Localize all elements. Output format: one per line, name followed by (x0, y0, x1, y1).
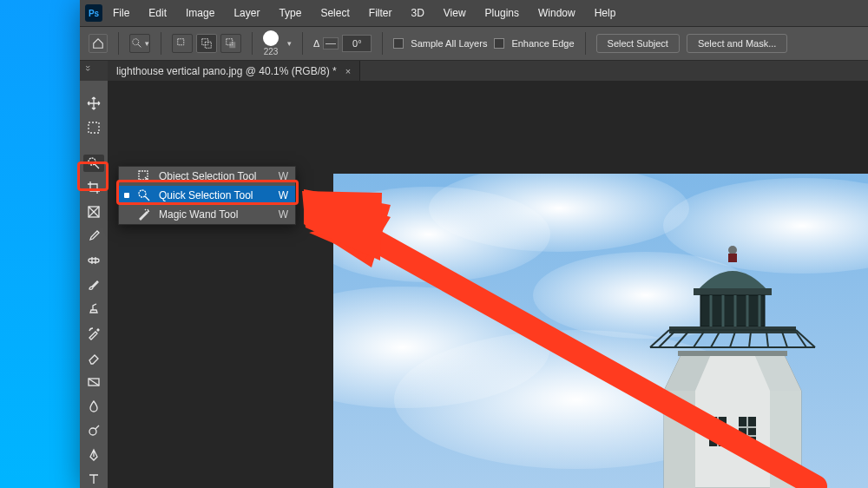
subtract-from-selection-button[interactable] (220, 34, 241, 53)
svg-point-13 (728, 246, 737, 254)
document-tab-strip: lighthouse vertical pano.jpg @ 40.1% (RG… (80, 61, 868, 81)
flyout-magic-wand[interactable]: Magic Wand Tool W (119, 205, 295, 224)
menu-item-type[interactable]: Type (270, 3, 310, 23)
blur-tool[interactable] (83, 398, 104, 415)
new-selection-button[interactable] (172, 34, 193, 53)
svg-point-60 (89, 428, 96, 435)
history-brush-tool[interactable] (83, 325, 104, 342)
type-tool[interactable] (83, 471, 104, 488)
svg-rect-15 (694, 288, 772, 295)
svg-point-51 (89, 158, 95, 165)
menu-item-plugins[interactable]: Plugins (477, 3, 528, 23)
svg-point-62 (139, 190, 146, 197)
document-tab-title: lighthouse vertical pano.jpg @ 40.1% (RG… (116, 65, 337, 77)
sample-all-layers-checkbox[interactable]: Sample All Layers (393, 38, 487, 49)
menu-item-layer[interactable]: Layer (225, 3, 268, 23)
eraser-tool[interactable] (83, 349, 104, 366)
magic-wand-icon (136, 207, 152, 222)
brush-tool[interactable] (83, 276, 104, 293)
tool-flyout-menu: Object Selection Tool W Quick Selection … (118, 166, 296, 225)
object-selection-icon (136, 168, 152, 184)
clone-stamp-tool[interactable] (83, 300, 104, 318)
brush-picker[interactable]: 223 (263, 30, 279, 56)
menu-bar: Ps File Edit Image Layer Type Select Fil… (80, 0, 868, 26)
home-button[interactable] (89, 34, 108, 53)
svg-rect-55 (89, 259, 99, 262)
select-and-mask-button[interactable]: Select and Mask... (687, 34, 788, 53)
dodge-tool[interactable] (83, 422, 104, 439)
flyout-item-shortcut: W (279, 170, 288, 182)
menu-item-select[interactable]: Select (312, 3, 358, 23)
menu-item-edit[interactable]: Edit (140, 3, 175, 23)
menu-item-view[interactable]: View (435, 3, 475, 23)
frame-tool[interactable] (83, 203, 104, 221)
svg-rect-14 (728, 254, 737, 262)
gradient-tool[interactable] (83, 373, 104, 391)
enhance-edge-label: Enhance Edge (511, 38, 574, 49)
sample-all-layers-label: Sample All Layers (411, 38, 487, 49)
document-image[interactable] (333, 174, 868, 488)
brush-preview-icon (263, 30, 279, 46)
angle-input[interactable]: 0° (342, 35, 372, 52)
svg-rect-50 (89, 122, 99, 133)
chevron-down-icon: ▾ (145, 39, 149, 48)
svg-marker-38 (770, 391, 801, 488)
menu-item-help[interactable]: Help (586, 3, 625, 23)
flyout-quick-selection[interactable]: Quick Selection Tool W (119, 186, 295, 205)
tool-preset-picker[interactable]: ▾ (129, 34, 150, 53)
flyout-item-label: Quick Selection Tool (159, 189, 272, 201)
close-tab-icon[interactable]: × (345, 66, 351, 76)
flyout-item-label: Magic Wand Tool (159, 208, 272, 221)
flyout-item-label: Object Selection Tool (159, 170, 272, 182)
svg-line-59 (89, 379, 99, 386)
marquee-tool[interactable] (83, 119, 104, 136)
checkbox-icon (494, 38, 504, 49)
svg-point-0 (132, 39, 138, 45)
flyout-item-shortcut: W (279, 189, 288, 201)
canvas-area[interactable] (108, 81, 868, 488)
checkbox-icon (393, 38, 404, 49)
expand-panels-icon[interactable]: ›› (83, 65, 93, 71)
menu-item-filter[interactable]: Filter (360, 3, 401, 23)
pen-tool[interactable] (83, 446, 104, 464)
tool-palette (80, 81, 108, 488)
angle-swatch-icon[interactable] (323, 37, 339, 49)
flyout-item-shortcut: W (279, 208, 288, 221)
eyedropper-tool[interactable] (83, 228, 104, 245)
menu-item-image[interactable]: Image (177, 3, 223, 23)
chevron-down-icon: ▾ (287, 39, 292, 48)
menu-item-window[interactable]: Window (529, 3, 584, 23)
svg-rect-41 (678, 351, 787, 356)
document-tab[interactable]: lighthouse vertical pano.jpg @ 40.1% (RG… (108, 61, 360, 81)
move-tool[interactable] (83, 95, 104, 112)
menu-item-file[interactable]: File (104, 3, 138, 23)
crop-tool[interactable] (83, 179, 104, 196)
quick-selection-tool[interactable] (83, 155, 104, 172)
flyout-object-selection[interactable]: Object Selection Tool W (119, 167, 295, 186)
app-logo-icon: Ps (85, 4, 102, 22)
add-to-selection-button[interactable] (196, 34, 217, 53)
angle-label: Δ (313, 38, 319, 49)
menu-item-3d[interactable]: 3D (402, 3, 432, 23)
quick-selection-icon (136, 188, 152, 203)
enhance-edge-checkbox[interactable]: Enhance Edge (494, 38, 574, 49)
svg-rect-5 (229, 42, 235, 48)
healing-brush-tool[interactable] (83, 252, 104, 269)
svg-rect-1 (178, 39, 184, 45)
select-subject-button[interactable]: Select Subject (596, 34, 680, 53)
options-bar: ▾ 223 ▾ Δ 0° (80, 26, 868, 61)
brush-size-value: 223 (264, 47, 279, 56)
svg-marker-37 (664, 391, 695, 488)
